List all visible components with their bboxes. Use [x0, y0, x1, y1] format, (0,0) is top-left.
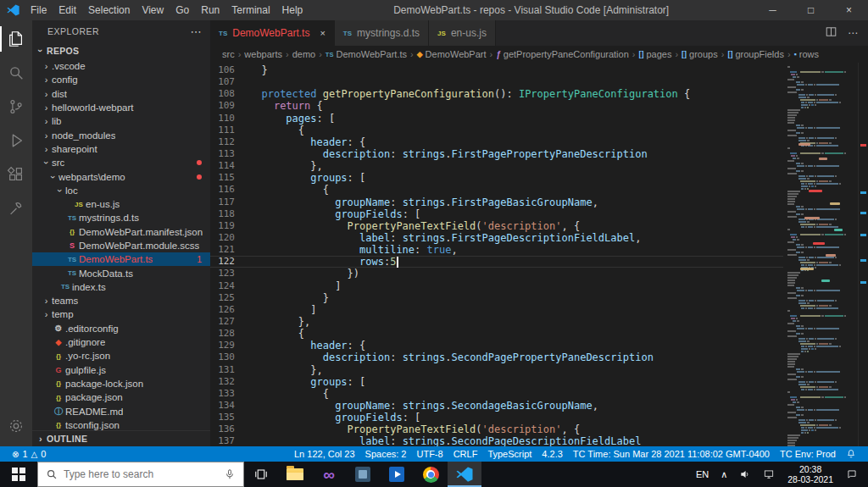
tree-item-loc[interactable]: ›loc	[32, 184, 210, 197]
code-line-134[interactable]: 134 groupName: strings.SecondageBasicGro…	[210, 400, 783, 412]
task-view-button[interactable]	[244, 462, 278, 487]
menu-selection[interactable]: Selection	[82, 1, 136, 19]
tree-item-editorconfig[interactable]: ⚙.editorconfig	[32, 322, 210, 335]
app-media-taskbar-icon[interactable]	[380, 462, 414, 487]
close-button[interactable]: ×	[830, 0, 868, 20]
status-4-2-3[interactable]: 4.2.3	[537, 449, 567, 459]
breadcrumb-demowebpart-ts[interactable]: TSDemoWebPart.ts	[326, 49, 407, 59]
menu-run[interactable]: Run	[195, 1, 225, 19]
code-line-133[interactable]: 133 {	[210, 388, 783, 400]
code-line-115[interactable]: 115 groups: [	[210, 172, 783, 184]
tools-icon[interactable]	[0, 191, 32, 225]
breadcrumb-pages[interactable]: []pages	[638, 49, 671, 59]
tree-item-teams[interactable]: ›teams	[32, 294, 210, 307]
code-line-132[interactable]: 132 groups: [	[210, 376, 783, 388]
tree-item-en-us-js[interactable]: JSen-us.js	[32, 197, 210, 211]
code-line-113[interactable]: 113 description: strings.FirstPageProper…	[210, 148, 783, 160]
code-line-124[interactable]: 124 ]	[210, 280, 783, 292]
code-line-121[interactable]: 121 multiline: true,	[210, 244, 783, 256]
tree-item-src[interactable]: ›src	[32, 156, 210, 169]
code-line-136[interactable]: 136 PropertyPaneTextField('description',…	[210, 423, 783, 435]
settings-icon[interactable]	[0, 409, 32, 443]
code-line-122[interactable]: 122 rows:5	[210, 256, 783, 268]
tree-item-tsconfig-json[interactable]: {}tsconfig.json	[32, 418, 210, 430]
breadcrumb-getpropertypaneconfiguration[interactable]: ƒgetPropertyPaneConfiguration	[496, 49, 629, 59]
tab-demowebpart-ts[interactable]: TSDemoWebPart.ts×	[210, 20, 335, 46]
tree-item-helloworld-webpart[interactable]: ›helloworld-webpart	[32, 101, 210, 114]
maximize-button[interactable]: □	[792, 0, 830, 20]
status-ln-122-col-23[interactable]: Ln 122, Col 23	[289, 449, 360, 459]
extensions-icon[interactable]	[0, 158, 32, 191]
tree-item-demowebpart-module-scss[interactable]: SDemoWebPart.module.scss	[32, 239, 210, 252]
visual-studio-taskbar-icon[interactable]: ∞	[312, 462, 346, 487]
tree-item-package-lock-json[interactable]: {}package-lock.json	[32, 377, 210, 390]
microphone-icon[interactable]	[224, 468, 236, 480]
tree-item-gitignore[interactable]: ◆.gitignore	[32, 335, 210, 349]
tree-item-dist[interactable]: ›dist	[32, 87, 210, 101]
tree-item-package-json[interactable]: {}package.json	[32, 390, 210, 404]
code-line-116[interactable]: 116 {	[210, 184, 783, 196]
notifications-bell-icon[interactable]	[841, 449, 861, 459]
code-line-135[interactable]: 135 groupFields: [	[210, 412, 783, 423]
split-editor-icon[interactable]	[825, 25, 837, 41]
minimize-button[interactable]: ─	[754, 0, 792, 20]
code-line-125[interactable]: 125 }	[210, 292, 783, 304]
status-utf-8[interactable]: UTF-8	[411, 449, 448, 459]
code-line-108[interactable]: 108 protected getPropertyPaneConfigurati…	[210, 88, 783, 100]
code-line-117[interactable]: 117 groupName: strings.FirstPageBasicGro…	[210, 196, 783, 208]
code-line-112[interactable]: 112 header: {	[210, 136, 783, 148]
code-line-109[interactable]: 109 return {	[210, 100, 783, 112]
close-tab-icon[interactable]: ×	[320, 28, 325, 38]
tree-item-gulpfile-js[interactable]: Ggulpfile.js	[32, 363, 210, 377]
status-crlf[interactable]: CRLF	[448, 449, 483, 459]
menu-file[interactable]: File	[25, 1, 53, 19]
code-line-129[interactable]: 129 header: {	[210, 340, 783, 351]
breadcrumb-rows[interactable]: ▪rows	[794, 49, 819, 59]
explorer-icon[interactable]	[0, 22, 32, 56]
code-line-131[interactable]: 131 },	[210, 364, 783, 376]
code-line-128[interactable]: 128 {	[210, 328, 783, 340]
code-line-137[interactable]: 137 label: strings.SecondPageDescription…	[210, 435, 783, 446]
file-explorer-taskbar-icon[interactable]	[278, 462, 312, 487]
overview-ruler[interactable]	[858, 63, 868, 446]
code-editor[interactable]: 106 }107108 protected getPropertyPaneCon…	[210, 63, 783, 446]
code-line-123[interactable]: 123 })	[210, 268, 783, 279]
hidden-icons-chevron[interactable]: ∧	[715, 462, 733, 487]
tab-en-us-js[interactable]: JSen-us.js	[429, 20, 496, 46]
breadcrumb-webparts[interactable]: webparts	[244, 49, 282, 59]
code-line-107[interactable]: 107	[210, 76, 783, 88]
source-control-icon[interactable]	[0, 90, 32, 124]
more-actions-icon[interactable]: ⋯	[848, 27, 858, 39]
tree-item-temp[interactable]: ›temp	[32, 307, 210, 321]
breadcrumb-groups[interactable]: []groups	[682, 49, 718, 59]
tab-mystrings-d-ts[interactable]: TSmystrings.d.ts	[335, 20, 429, 46]
status-tc-env[interactable]: TC Env: Prod	[775, 449, 841, 459]
tree-item-config[interactable]: ›config	[32, 73, 210, 86]
minimap[interactable]	[783, 63, 858, 446]
tree-item-mystrings-d-ts[interactable]: TSmystrings.d.ts	[32, 211, 210, 224]
tree-item-vscode[interactable]: ›.vscode	[32, 59, 210, 73]
code-line-118[interactable]: 118 groupFields: [	[210, 208, 783, 220]
breadcrumb-demo[interactable]: demo	[292, 49, 316, 59]
code-line-119[interactable]: 119 PropertyPaneTextField('description',…	[210, 220, 783, 232]
breadcrumb-demowebpart[interactable]: ◆DemoWebPart	[417, 49, 487, 59]
notification-center-icon[interactable]	[840, 462, 864, 487]
tree-item-webparts-demo[interactable]: ›webparts\demo	[32, 169, 210, 183]
volume-icon[interactable]	[733, 462, 757, 487]
code-line-126[interactable]: 126 ]	[210, 304, 783, 316]
explorer-actions-icon[interactable]: ⋯	[191, 25, 203, 38]
app-blue-taskbar-icon[interactable]	[346, 462, 380, 487]
menu-view[interactable]: View	[136, 1, 170, 19]
menu-help[interactable]: Help	[276, 1, 309, 19]
code-line-130[interactable]: 130 description: strings.SecondPagePrope…	[210, 351, 783, 363]
run-debug-icon[interactable]	[0, 124, 32, 158]
breadcrumb-src[interactable]: src	[222, 49, 235, 59]
taskbar-clock[interactable]: 20:38 28-03-2021	[781, 462, 840, 487]
taskbar-search[interactable]	[37, 462, 244, 487]
network-icon[interactable]	[757, 462, 781, 487]
code-line-111[interactable]: 111 {	[210, 125, 783, 136]
code-line-127[interactable]: 127 },	[210, 316, 783, 328]
menu-go[interactable]: Go	[170, 1, 195, 19]
tree-item-sharepoint[interactable]: ›sharepoint	[32, 142, 210, 156]
problems-indicator[interactable]: ⊗ 1 △ 0	[7, 449, 51, 459]
